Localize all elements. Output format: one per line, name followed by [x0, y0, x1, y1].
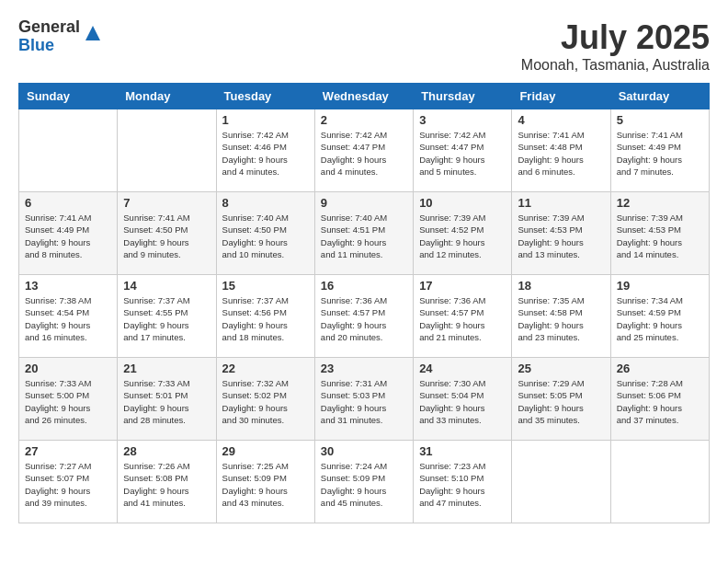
calendar-cell — [19, 109, 118, 192]
day-info: Sunrise: 7:33 AM Sunset: 5:00 PM Dayligh… — [25, 377, 111, 426]
calendar-cell: 15Sunrise: 7:37 AM Sunset: 4:56 PM Dayli… — [216, 275, 314, 358]
logo: General Blue — [18, 18, 104, 55]
day-number: 24 — [419, 362, 506, 375]
day-info: Sunrise: 7:41 AM Sunset: 4:48 PM Dayligh… — [518, 129, 604, 178]
day-info: Sunrise: 7:35 AM Sunset: 4:58 PM Dayligh… — [518, 294, 604, 343]
day-info: Sunrise: 7:37 AM Sunset: 4:55 PM Dayligh… — [123, 294, 210, 343]
day-number: 8 — [222, 196, 309, 210]
calendar-cell: 18Sunrise: 7:35 AM Sunset: 4:58 PM Dayli… — [512, 275, 610, 358]
day-info: Sunrise: 7:28 AM Sunset: 5:06 PM Dayligh… — [617, 377, 703, 426]
day-number: 25 — [518, 362, 604, 375]
calendar-cell: 14Sunrise: 7:37 AM Sunset: 4:55 PM Dayli… — [118, 275, 216, 358]
calendar-table: SundayMondayTuesdayWednesdayThursdayFrid… — [18, 83, 710, 523]
day-info: Sunrise: 7:41 AM Sunset: 4:49 PM Dayligh… — [617, 129, 703, 178]
calendar-cell: 8Sunrise: 7:40 AM Sunset: 4:50 PM Daylig… — [216, 192, 314, 275]
day-number: 29 — [222, 444, 309, 458]
calendar-cell: 27Sunrise: 7:27 AM Sunset: 5:07 PM Dayli… — [19, 441, 118, 523]
calendar-cell: 12Sunrise: 7:39 AM Sunset: 4:53 PM Dayli… — [610, 192, 709, 275]
week-row-3: 13Sunrise: 7:38 AM Sunset: 4:54 PM Dayli… — [19, 275, 710, 358]
day-number: 18 — [518, 279, 604, 293]
week-row-4: 20Sunrise: 7:33 AM Sunset: 5:00 PM Dayli… — [19, 358, 710, 441]
day-number: 22 — [222, 362, 309, 375]
day-number: 1 — [222, 113, 309, 127]
calendar-cell: 25Sunrise: 7:29 AM Sunset: 5:05 PM Dayli… — [512, 358, 610, 441]
day-number: 2 — [321, 113, 407, 127]
calendar-cell: 5Sunrise: 7:41 AM Sunset: 4:49 PM Daylig… — [610, 109, 709, 192]
week-row-2: 6Sunrise: 7:41 AM Sunset: 4:49 PM Daylig… — [19, 192, 710, 275]
logo-general-text: General — [18, 18, 80, 37]
calendar-cell: 9Sunrise: 7:40 AM Sunset: 4:51 PM Daylig… — [314, 192, 413, 275]
page-header: General Blue July 2025 Moonah, Tasmania,… — [18, 18, 710, 74]
day-info: Sunrise: 7:41 AM Sunset: 4:50 PM Dayligh… — [123, 212, 210, 260]
day-number: 9 — [321, 196, 407, 210]
calendar-cell: 19Sunrise: 7:34 AM Sunset: 4:59 PM Dayli… — [610, 275, 709, 358]
day-number: 3 — [419, 113, 506, 127]
day-info: Sunrise: 7:39 AM Sunset: 4:52 PM Dayligh… — [419, 212, 506, 260]
calendar-cell: 23Sunrise: 7:31 AM Sunset: 5:03 PM Dayli… — [314, 358, 413, 441]
day-info: Sunrise: 7:31 AM Sunset: 5:03 PM Dayligh… — [321, 377, 407, 426]
day-info: Sunrise: 7:39 AM Sunset: 4:53 PM Dayligh… — [518, 212, 604, 260]
day-info: Sunrise: 7:30 AM Sunset: 5:04 PM Dayligh… — [419, 377, 506, 426]
day-info: Sunrise: 7:40 AM Sunset: 4:50 PM Dayligh… — [222, 212, 309, 260]
day-number: 4 — [518, 113, 604, 127]
header-row: SundayMondayTuesdayWednesdayThursdayFrid… — [19, 84, 710, 109]
week-row-5: 27Sunrise: 7:27 AM Sunset: 5:07 PM Dayli… — [19, 441, 710, 523]
calendar-cell: 21Sunrise: 7:33 AM Sunset: 5:01 PM Dayli… — [118, 358, 216, 441]
title-block: July 2025 Moonah, Tasmania, Australia — [521, 18, 710, 74]
header-day-sunday: Sunday — [19, 84, 118, 109]
calendar-cell: 26Sunrise: 7:28 AM Sunset: 5:06 PM Dayli… — [610, 358, 709, 441]
day-info: Sunrise: 7:32 AM Sunset: 5:02 PM Dayligh… — [222, 377, 309, 426]
calendar-cell: 22Sunrise: 7:32 AM Sunset: 5:02 PM Dayli… — [216, 358, 314, 441]
month-title: July 2025 — [521, 18, 710, 57]
calendar-cell — [512, 441, 610, 523]
day-info: Sunrise: 7:39 AM Sunset: 4:53 PM Dayligh… — [617, 212, 703, 260]
day-info: Sunrise: 7:41 AM Sunset: 4:49 PM Dayligh… — [25, 212, 111, 260]
header-day-wednesday: Wednesday — [314, 84, 413, 109]
day-number: 13 — [25, 279, 111, 293]
calendar-cell: 7Sunrise: 7:41 AM Sunset: 4:50 PM Daylig… — [118, 192, 216, 275]
header-day-friday: Friday — [512, 84, 610, 109]
calendar-cell: 20Sunrise: 7:33 AM Sunset: 5:00 PM Dayli… — [19, 358, 118, 441]
day-number: 21 — [123, 362, 210, 375]
calendar-cell: 2Sunrise: 7:42 AM Sunset: 4:47 PM Daylig… — [314, 109, 413, 192]
calendar-cell: 31Sunrise: 7:23 AM Sunset: 5:10 PM Dayli… — [414, 441, 512, 523]
day-number: 31 — [419, 444, 506, 458]
day-number: 14 — [123, 279, 210, 293]
day-info: Sunrise: 7:36 AM Sunset: 4:57 PM Dayligh… — [419, 294, 506, 343]
header-day-monday: Monday — [118, 84, 216, 109]
day-number: 7 — [123, 196, 210, 210]
calendar-cell: 17Sunrise: 7:36 AM Sunset: 4:57 PM Dayli… — [414, 275, 512, 358]
day-info: Sunrise: 7:42 AM Sunset: 4:46 PM Dayligh… — [222, 129, 309, 178]
day-info: Sunrise: 7:34 AM Sunset: 4:59 PM Dayligh… — [617, 294, 703, 343]
calendar-cell — [610, 441, 709, 523]
day-number: 17 — [419, 279, 506, 293]
day-info: Sunrise: 7:36 AM Sunset: 4:57 PM Dayligh… — [321, 294, 407, 343]
day-number: 20 — [25, 362, 111, 375]
day-number: 16 — [321, 279, 407, 293]
day-info: Sunrise: 7:42 AM Sunset: 4:47 PM Dayligh… — [419, 129, 506, 178]
location-title: Moonah, Tasmania, Australia — [521, 57, 710, 74]
header-day-thursday: Thursday — [414, 84, 512, 109]
day-info: Sunrise: 7:23 AM Sunset: 5:10 PM Dayligh… — [419, 460, 506, 509]
day-number: 23 — [321, 362, 407, 375]
day-info: Sunrise: 7:25 AM Sunset: 5:09 PM Dayligh… — [222, 460, 309, 509]
calendar-cell: 29Sunrise: 7:25 AM Sunset: 5:09 PM Dayli… — [216, 441, 314, 523]
calendar-cell: 4Sunrise: 7:41 AM Sunset: 4:48 PM Daylig… — [512, 109, 610, 192]
calendar-cell: 10Sunrise: 7:39 AM Sunset: 4:52 PM Dayli… — [414, 192, 512, 275]
calendar-cell: 28Sunrise: 7:26 AM Sunset: 5:08 PM Dayli… — [118, 441, 216, 523]
day-info: Sunrise: 7:37 AM Sunset: 4:56 PM Dayligh… — [222, 294, 309, 343]
svg-marker-0 — [85, 26, 100, 40]
day-info: Sunrise: 7:26 AM Sunset: 5:08 PM Dayligh… — [123, 460, 210, 509]
calendar-cell: 3Sunrise: 7:42 AM Sunset: 4:47 PM Daylig… — [414, 109, 512, 192]
day-number: 10 — [419, 196, 506, 210]
day-number: 27 — [25, 444, 111, 458]
day-number: 5 — [617, 113, 703, 127]
day-info: Sunrise: 7:33 AM Sunset: 5:01 PM Dayligh… — [123, 377, 210, 426]
day-number: 26 — [617, 362, 703, 375]
day-info: Sunrise: 7:29 AM Sunset: 5:05 PM Dayligh… — [518, 377, 604, 426]
logo-blue-text: Blue — [18, 37, 80, 55]
day-number: 12 — [617, 196, 703, 210]
day-info: Sunrise: 7:27 AM Sunset: 5:07 PM Dayligh… — [25, 460, 111, 509]
logo-icon — [82, 22, 104, 44]
calendar-cell — [118, 109, 216, 192]
